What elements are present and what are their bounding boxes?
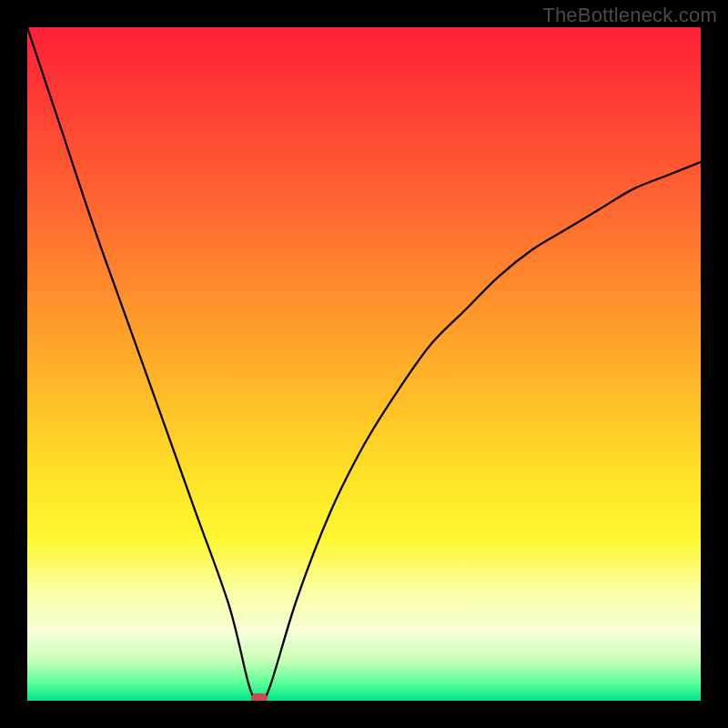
minimum-marker [251,693,268,701]
curve-svg [27,27,701,701]
plot-area [27,27,701,701]
bottleneck-curve [27,27,701,701]
watermark-text: TheBottleneck.com [542,4,717,27]
chart-frame: TheBottleneck.com [0,0,728,728]
